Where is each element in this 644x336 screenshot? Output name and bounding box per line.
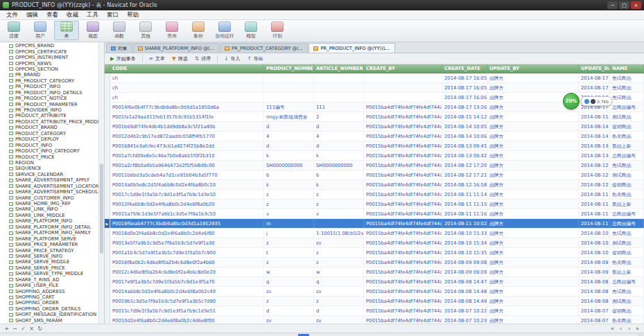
cell-update_by[interactable]: 品牌方 xyxy=(487,180,579,189)
table-row[interactable]: ▶ P0019f6eab4777c3bdb9a8bc0d3d1a1952935m… xyxy=(105,219,644,229)
cell-update_date[interactable]: 2014-08-13 09:41:55 xyxy=(579,141,610,150)
first-record-icon[interactable]: « xyxy=(609,325,616,333)
cell-update_date[interactable]: 2014-08-11 10:02:35 xyxy=(579,219,610,228)
row-selector[interactable] xyxy=(105,122,110,131)
cell-create_by[interactable]: P0015ba4df74fe4df74fe4df744db4b1d xyxy=(364,180,442,189)
menu-item-5[interactable]: 工具 xyxy=(82,11,103,19)
row-selector[interactable] xyxy=(105,229,110,238)
row-selector[interactable] xyxy=(105,248,110,257)
cell-create_by[interactable]: P0015ba4df74fe4df74fe4df744db4b1d xyxy=(364,248,442,257)
row-selector[interactable] xyxy=(105,141,110,150)
cell-create_date[interactable]: 2014-08-09 09:09:41 xyxy=(442,267,487,276)
cell-product_number[interactable]: z xyxy=(264,297,314,306)
cell-product_number[interactable]: t xyxy=(264,248,314,257)
row-selector[interactable] xyxy=(105,180,110,189)
row-selector[interactable] xyxy=(105,83,110,92)
cell-name[interactable]: 促销商品 xyxy=(610,180,644,189)
cell-create_date[interactable]: 2014-08-17 16:05:43 xyxy=(442,83,487,92)
cell-code[interactable]: P0019f6eab4777c3bdb9a8bc0d3d1a1952935 xyxy=(110,219,264,228)
cell-update_date[interactable]: 2014-08-14 10:05:18 xyxy=(579,122,610,131)
cell-name[interactable]: 热卖商品 xyxy=(610,316,644,324)
cell-create_by[interactable]: P0015ba4df74fe4df74fe4df744db4b1d xyxy=(364,103,442,112)
sidebar-item-pr_product_info_details[interactable]: PR_PRODUCT_INFO_DETAILS xyxy=(0,90,104,96)
export-button[interactable]: ↑ 导出 xyxy=(244,55,266,63)
cell-article_number[interactable]: d xyxy=(314,141,364,150)
cell-product_number[interactable] xyxy=(264,73,314,82)
cell-create_by[interactable]: P0015ba4df74fe4df74fe4df744db4b1d xyxy=(364,170,442,179)
sidebar-item-share_serve_middle[interactable]: SHARE_SERVE_MIDDLE xyxy=(0,259,104,265)
column-header-code[interactable]: CODE xyxy=(110,64,264,73)
cell-update_by[interactable]: 品牌方 xyxy=(487,73,579,82)
cell-article_number[interactable]: SH0000000000 xyxy=(314,161,364,170)
sidebar-item-product_deploy[interactable]: PRODUCT_DEPLOY xyxy=(0,136,104,142)
sidebar-item-pr_product_category[interactable]: PR_PRODUCT_CATEGORY xyxy=(0,78,104,84)
cell-update_by[interactable]: 品牌方 xyxy=(487,229,579,238)
sidebar-item-share_user_file[interactable]: SHARE_USER_FILE xyxy=(0,283,104,288)
cell-update_date[interactable]: 2014-08-10 15:34:26 xyxy=(579,238,610,247)
cell-update_by[interactable]: 品牌方 xyxy=(487,258,579,267)
cell-create_by[interactable]: P0015ba4df74fe4df74fe4df744db4b1d xyxy=(364,316,442,324)
cell-update_by[interactable]: 品牌方 xyxy=(487,161,579,170)
row-selector[interactable] xyxy=(105,238,110,247)
toolbar-model[interactable]: 模型 xyxy=(238,21,263,40)
cell-update_date[interactable]: 2014-08-12 17:20:44 xyxy=(579,161,610,170)
cell-create_by[interactable] xyxy=(364,83,442,92)
sidebar-item-share_link_info[interactable]: SHARE_LINK_INFO xyxy=(0,206,104,212)
row-selector[interactable] xyxy=(105,316,110,324)
cell-product_number[interactable]: m xyxy=(264,219,314,228)
cell-code[interactable]: P0014f6e0b4f77c3bdb9a8bc0d3d1a1950d6a xyxy=(110,103,264,112)
table-row[interactable]: P0013e5f7a9b1c3d5e7f9a1b3c5d7e9f1a30zzvP… xyxy=(105,238,644,248)
cell-create_date[interactable]: 2014-08-17 13:26:01 xyxy=(442,103,487,112)
row-selector[interactable] xyxy=(105,73,110,82)
cell-update_by[interactable]: 品牌方 xyxy=(487,141,579,150)
cell-code[interactable]: P001a1b3c5d7e9f1a3b5c7d9e1f3a5b7c900 xyxy=(110,248,264,257)
cell-update_by[interactable]: 品牌方 xyxy=(487,297,579,306)
cell-article_number[interactable]: zv xyxy=(314,287,364,296)
cell-create_date[interactable]: 2014-08-11 11:16:48 xyxy=(442,209,487,218)
cell-article_number[interactable]: 4 xyxy=(314,132,364,141)
column-header-create_date[interactable]: CREATE_DATE xyxy=(442,64,487,73)
cell-create_date[interactable]: 2014-08-08 14:49:36 xyxy=(442,297,487,306)
table-row[interactable]: ch2014-08-17 16:05:43品牌方2014-08-17 16:05… xyxy=(105,83,644,93)
sidebar-item-share_advertisement_apply[interactable]: SHARE_ADVERTISEMENT_APPLY xyxy=(0,177,104,183)
cell-create_by[interactable] xyxy=(364,73,442,82)
cell-update_date[interactable]: 2014-08-09 09:09:41 xyxy=(579,267,610,276)
row-selector[interactable] xyxy=(105,209,110,218)
table-row[interactable]: P0011b6bd3a5cdeb4a7d1ce91b04b3a5f770bbP0… xyxy=(105,170,644,180)
sidebar-item-share_platform_serve[interactable]: SHARE_PLATFORM_SERVE xyxy=(0,236,104,241)
cell-code[interactable]: ch xyxy=(110,93,264,102)
sidebar-item-product_price[interactable]: PRODUCT_PRICE xyxy=(0,154,104,159)
cell-name[interactable]: 总商品编号 xyxy=(610,219,644,228)
sidebar-item-shopping_cart[interactable]: SHOPPING_CART xyxy=(0,294,104,300)
table-row[interactable]: P0018d0e2f4a6b8c0d2e4f6a8b0c2d4e6f80j1-1… xyxy=(105,229,644,238)
cell-product_number[interactable]: j xyxy=(264,229,314,238)
discard-changes-icon[interactable]: × xyxy=(28,325,35,333)
table-row[interactable]: P0012c4d6e8f0a2b4c6d8e0f2a4b6c8d0e20wwP0… xyxy=(105,267,644,277)
cell-article_number[interactable]: w xyxy=(314,267,364,276)
sidebar-item-share_platform_info[interactable]: SHARE_PLATFORM_INFO xyxy=(0,218,104,224)
add-record-icon[interactable]: + xyxy=(3,325,10,333)
cell-product_number[interactable]: b xyxy=(264,170,314,179)
cell-update_by[interactable]: 品牌方 xyxy=(487,316,579,324)
toolbar-user[interactable]: 用户 xyxy=(28,21,53,40)
cell-create_date[interactable]: 2014-08-13 09:41:55 xyxy=(442,141,487,150)
cell-update_by[interactable]: 品牌方 xyxy=(487,132,579,141)
delete-record-icon[interactable]: − xyxy=(11,325,19,333)
sidebar-item-pr_product_notice[interactable]: PR_PRODUCT_NOTICE xyxy=(0,96,104,101)
cell-code[interactable]: P0013a0b5e8c2d1f4a6b8c0d2e4f6a8b0c10 xyxy=(110,180,264,189)
cell-update_by[interactable]: 品牌方 xyxy=(487,277,579,286)
cell-update_by[interactable]: 品牌方 xyxy=(487,83,579,92)
cell-article_number[interactable]: 1-10015(1.0B(b5/2x2) xyxy=(314,229,364,238)
cell-create_by[interactable]: P0015ba4df74fe4df74fe4df744db4b1d xyxy=(364,112,442,121)
sidebar-item-share_price_parameter[interactable]: SHARE_PRICE_PARAMETER xyxy=(0,242,104,247)
title-bar[interactable]: PRODUCT_INFO @(YY)(zzgk) - 表 - Navicat f… xyxy=(0,0,644,10)
sidebar-item-service_calendar[interactable]: SERVICE_CALENDAR xyxy=(0,172,104,177)
table-row[interactable]: ch2014-08-17 16:05:21品牌方2014-08-17 16:05… xyxy=(105,73,644,83)
cell-create_by[interactable]: P0015ba4df74fe4df74fe4df744db4b1d xyxy=(364,122,442,131)
cell-article_number[interactable] xyxy=(314,73,364,82)
menu-item-2[interactable]: 编辑 xyxy=(22,11,42,19)
cell-product_number[interactable]: z xyxy=(264,200,314,209)
cell-create_date[interactable]: 2014-08-09 09:08:14 xyxy=(442,258,487,267)
cell-update_by[interactable]: 品牌方 xyxy=(487,170,579,179)
cell-name[interactable]: 促销商品 xyxy=(610,122,644,131)
